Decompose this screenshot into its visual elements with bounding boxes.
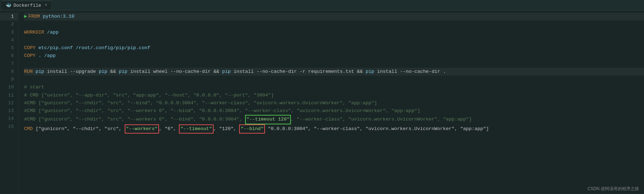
run-pip-3: pip: [119, 68, 127, 76]
watermark: CSDN @阿汤哥的程序之路: [587, 186, 639, 192]
tab-label: Dockerfile: [13, 3, 41, 8]
code-area: 1 2 3 4 5 6 7 8 9 10 11 12 13 14 15 ▶ FR…: [0, 11, 644, 194]
comment-14-pre: #CMD ["gunicorn", "--chdir", "src", "--w…: [24, 116, 245, 123]
keyword-copy-1: COPY: [24, 44, 35, 52]
run-pip-1: pip: [35, 68, 44, 76]
keyword-cmd: CMD: [24, 125, 33, 133]
line-num-6: 6: [0, 52, 18, 60]
line-num-5: 5: [0, 44, 18, 52]
line-num-12: 12: [0, 99, 18, 107]
workdir-value: /app: [47, 29, 58, 36]
code-line-11: # CMD ["uvicorn", "--app-dir", "src", "a…: [24, 92, 644, 99]
from-value: python:3.10: [43, 13, 74, 20]
code-line-10: # start: [24, 83, 644, 91]
highlight-timeout-red: "--timeout": [179, 124, 213, 134]
dockerfile-icon: 🐳: [6, 2, 11, 8]
line-num-10: 10: [0, 83, 18, 91]
arrow-indicator: ▶: [24, 13, 27, 20]
line-num-1: 1: [0, 13, 18, 20]
line-num-14: 14: [0, 115, 18, 123]
code-line-8: RUN pip install --upgrade pip && pip ins…: [24, 68, 644, 76]
line-num-9: 9: [0, 76, 18, 83]
keyword-copy-2: COPY: [24, 52, 35, 60]
code-line-1: ▶ FROM python:3.10: [24, 13, 644, 20]
code-line-9: [24, 76, 644, 83]
copy-2-value: . /app: [39, 52, 56, 60]
code-line-6: COPY . /app: [24, 52, 644, 60]
code-line-13: #CMD ["gunicorn", "--chdir", "src", "--w…: [24, 107, 644, 115]
code-line-4: [24, 36, 644, 44]
tab-bar: 🐳 Dockerfile ×: [0, 0, 644, 11]
code-line-12: #CMD ["gunicorn", "--chdir", "src", "--b…: [24, 99, 644, 107]
keyword-run: RUN: [24, 68, 33, 76]
highlight-timeout-green: "--timeout 120": [245, 115, 291, 124]
line-num-8: 8: [0, 68, 18, 76]
line-numbers: 1 2 3 4 5 6 7 8 9 10 11 12 13 14 15: [0, 11, 18, 194]
code-line-2: [24, 20, 644, 28]
highlight-bind-red: "--bind": [239, 124, 265, 134]
code-content: ▶ FROM python:3.10 WORKDIR /app COPY etc…: [18, 11, 644, 194]
run-pip-2: pip: [99, 68, 107, 76]
comment-10: # start: [24, 83, 44, 91]
comment-12: #CMD ["gunicorn", "--chdir", "src", "--b…: [24, 99, 377, 107]
editor-container: 🐳 Dockerfile × 1 2 3 4 5 6 7 8 9 10 11 1…: [0, 0, 644, 194]
line-num-7: 7: [0, 60, 18, 68]
keyword-workdir: WORKDIR: [24, 29, 44, 36]
run-pip-5: pip: [366, 68, 374, 76]
line-num-13: 13: [0, 107, 18, 115]
keyword-from: FROM: [28, 13, 40, 20]
comment-14-post: , "--worker-class", "uvicorn.workers.Uvi…: [291, 116, 471, 123]
highlight-workers-red: "--workers": [125, 124, 159, 134]
copy-1-value: etc/pip.conf /root/.config/pip/pip.conf: [39, 44, 151, 52]
tab-close-button[interactable]: ×: [45, 3, 47, 8]
comment-13: #CMD ["gunicorn", "--chdir", "src", "--w…: [24, 107, 420, 115]
line-num-3: 3: [0, 29, 18, 36]
code-line-5: COPY etc/pip.conf /root/.config/pip/pip.…: [24, 44, 644, 52]
code-line-14: #CMD ["gunicorn", "--chdir", "src", "--w…: [24, 115, 644, 124]
code-line-15: CMD ["gunicorn", "--chdir", "src", "--wo…: [24, 124, 644, 134]
dockerfile-tab[interactable]: 🐳 Dockerfile ×: [1, 1, 52, 10]
line-num-4: 4: [0, 36, 18, 44]
line-num-2: 2: [0, 20, 18, 28]
line-num-11: 11: [0, 92, 18, 99]
code-line-3: WORKDIR /app: [24, 29, 644, 36]
code-line-7: [24, 60, 644, 68]
run-pip-4: pip: [222, 68, 231, 76]
line-num-15: 15: [0, 123, 18, 131]
comment-11: # CMD ["uvicorn", "--app-dir", "src", "a…: [24, 92, 274, 99]
